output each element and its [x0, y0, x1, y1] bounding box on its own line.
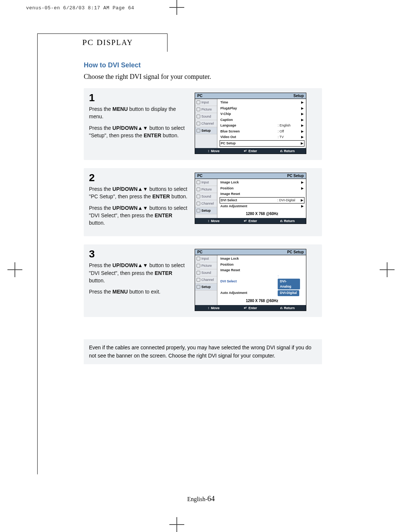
osd-row: Position [220, 262, 304, 268]
t: Press the [89, 262, 112, 268]
setup-icon [197, 209, 200, 212]
osd-row: DVI Select: DVI-Digital▶ [220, 197, 304, 204]
osd-row: Image Reset [220, 267, 304, 273]
osd-menu-2: PC PC Setup Input Picture Sound Channel … [195, 173, 306, 224]
t: MENU [112, 289, 128, 295]
content-column: How to DVI Select Choose the right DVI s… [84, 61, 322, 364]
note-text: Even if the cables are connected properl… [84, 339, 322, 364]
channel-icon [197, 122, 200, 125]
footer-return: Return [284, 219, 295, 223]
step-1: 1 Press the MENU button to display the m… [84, 88, 322, 160]
move-icon: ↕ [208, 306, 210, 310]
sound-icon [197, 195, 200, 198]
osd-tab-input: Input [195, 255, 217, 262]
section-title-rest: ISPLAY [103, 38, 133, 47]
t: button. [161, 132, 179, 138]
footer-enter: Enter [248, 149, 257, 153]
move-icon: ↕ [208, 219, 210, 223]
input-icon [197, 257, 200, 260]
osd-tab-input: Input [195, 179, 217, 186]
osd-subtitle: PC Setup [287, 250, 304, 254]
t: button. [170, 193, 188, 199]
osd-menu-1: PC Setup Input Picture Sound Channel Set… [195, 93, 306, 154]
move-icon: ↕ [208, 149, 210, 153]
osd-tab-setup: Setup [195, 207, 217, 214]
osd-footer: ↕Move ↵Enter ⎌Return [195, 305, 306, 311]
step-3: 3 Press the UP/DOWN▲▼ button to select "… [84, 244, 322, 317]
osd-row: Image Reset [220, 191, 304, 197]
picture-icon [197, 108, 200, 111]
t: ENTER [144, 132, 161, 138]
osd-footer: ↕Move ↵Enter ⎌Return [195, 148, 306, 154]
osd-title: PC [197, 174, 287, 178]
enter-icon: ↵ [244, 219, 247, 223]
osd-tab-sound: Sound [195, 113, 217, 120]
t: button. [89, 220, 105, 226]
osd-resolution: 1280 X 768 @60Hz [220, 297, 304, 304]
osd-tab-sound: Sound [195, 193, 217, 200]
osd-row-dvi-select: DVI Select : DVI-Analog [220, 273, 304, 290]
osd-tab-channel: Channel [195, 200, 217, 207]
t: button to exit. [128, 289, 160, 295]
osd-tab-channel: Channel [195, 120, 217, 127]
return-icon: ⎌ [280, 149, 283, 153]
registration-mark-top [169, 0, 184, 15]
t: ENTER [154, 212, 172, 218]
intro-text: Choose the right DVI signal for your com… [84, 73, 322, 81]
osd-tabs: Input Picture Sound Channel Setup [195, 255, 217, 305]
step-number: 2 [89, 173, 189, 183]
enter-icon: ↵ [244, 306, 247, 310]
osd-list: Image Lock▶Position▶Image ResetDVI Selec… [217, 179, 306, 218]
page-footer: English-64 [0, 494, 402, 503]
footer-return: Return [284, 306, 295, 310]
osd-tab-setup: Setup [195, 127, 217, 134]
osd-tab-sound: Sound [195, 269, 217, 276]
osd-tab-picture: Picture [195, 106, 217, 113]
setup-icon [197, 285, 200, 289]
osd-subtitle: Setup [293, 94, 304, 98]
channel-icon [197, 202, 200, 205]
t: MENU [112, 106, 128, 112]
t: UP/DOWN [112, 125, 138, 131]
osd-row: Auto Adjustment▶ [220, 203, 304, 209]
t: button. [89, 278, 105, 283]
setup-icon [197, 129, 200, 132]
step-2: 2 Press the UP/DOWN▲▼ buttons to select … [84, 168, 322, 236]
osd-tab-channel: Channel [195, 276, 217, 283]
osd-list: Time▶Plug&Play▶V-Chip▶Caption▶Language: … [217, 99, 306, 148]
left-margin-rule [37, 35, 38, 474]
osd-tab-picture: Picture [195, 186, 217, 193]
print-header: venus-05-en 6/28/03 8:17 AM Page 64 [26, 5, 134, 11]
t: UP/DOWN [112, 262, 138, 268]
osd-row: Blue Screen: Off▶ [220, 129, 304, 135]
footer-enter: Enter [248, 219, 257, 223]
osd-row: Position▶ [220, 186, 304, 192]
t: ENTER [152, 193, 170, 199]
osd-tabs: Input Picture Sound Channel Setup [195, 99, 217, 148]
t: UP/DOWN [112, 186, 138, 192]
osd-row: Language: English▶ [220, 123, 304, 129]
footer-move: Move [211, 306, 220, 310]
registration-mark-right [380, 262, 395, 277]
footer-enter: Enter [248, 306, 257, 310]
step-number: 1 [89, 93, 189, 103]
osd-row: Video Out: TV▶ [220, 134, 304, 140]
step-number: 3 [89, 249, 189, 259]
osd-list: Image LockPositionImage Reset DVI Select… [217, 255, 306, 305]
input-icon [197, 180, 200, 184]
picture-icon [197, 188, 200, 191]
osd-row: Caption▶ [220, 117, 304, 123]
t: Press the [89, 205, 112, 211]
osd-menu-3: PC PC Setup Input Picture Sound Channel … [195, 249, 306, 311]
option-dvi-analog: DVI-Analog [278, 279, 300, 289]
registration-mark-left [7, 262, 22, 277]
osd-tabs: Input Picture Sound Channel Setup [195, 179, 217, 218]
t: UP/DOWN [112, 205, 138, 211]
sound-icon [197, 115, 200, 118]
footer-page-number: 64 [207, 494, 215, 503]
return-icon: ⎌ [280, 219, 283, 223]
osd-row: Image Lock▶ [220, 180, 304, 186]
page-heading: How to DVI Select [84, 61, 322, 69]
section-title-prefix: PC D [82, 38, 103, 47]
osd-tab-setup: Setup [195, 283, 217, 291]
